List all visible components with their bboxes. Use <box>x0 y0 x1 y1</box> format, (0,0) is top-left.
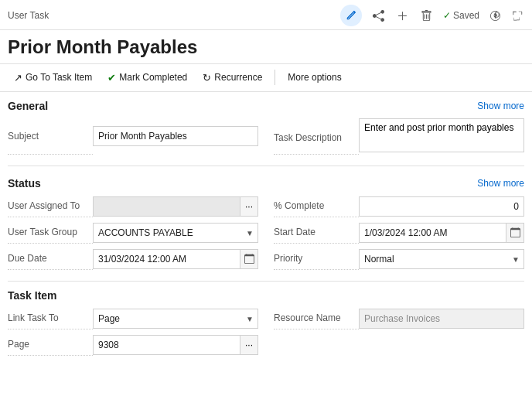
start-date-input-group <box>359 223 524 243</box>
link-task-label: Link Task To <box>8 308 93 329</box>
status-section: Status Show more User Assigned To ··· % … <box>0 169 532 278</box>
user-assigned-value: ··· <box>93 196 258 217</box>
user-assigned-input[interactable] <box>93 196 240 217</box>
link-task-field-row: Link Task To Page Report Codeunit ▼ <box>8 308 258 329</box>
page-lookup-btn[interactable]: ··· <box>240 335 258 355</box>
task-description-input[interactable]: Enter and post prior month payables <box>359 118 524 152</box>
subject-field-row: Subject <box>8 118 258 155</box>
task-description-value: Enter and post prior month payables <box>359 118 524 155</box>
general-title: General <box>8 100 48 112</box>
recurrence-icon: ↻ <box>203 72 211 84</box>
due-date-input[interactable] <box>93 249 240 269</box>
start-date-calendar-btn[interactable] <box>506 223 524 243</box>
subject-label: Subject <box>8 118 93 155</box>
check-circle-icon: ✔ <box>107 72 116 84</box>
task-item-fields: Link Task To Page Report Codeunit ▼ Reso… <box>8 308 524 360</box>
page-title-bar: Prior Month Payables <box>0 30 532 64</box>
general-divider <box>8 166 524 166</box>
go-to-task-button[interactable]: ↗ Go To Task Item <box>8 69 98 87</box>
user-task-group-label: User Task Group <box>8 222 93 244</box>
status-fields: User Assigned To ··· % Complete User Tas… <box>8 196 524 275</box>
general-section: General Show more Subject Task Descripti… <box>0 92 532 162</box>
due-date-input-group <box>93 249 258 269</box>
page-value: ··· <box>93 335 258 355</box>
share-button[interactable] <box>371 9 386 23</box>
link-task-select[interactable]: Page Report Codeunit <box>93 309 258 329</box>
percent-complete-label: % Complete <box>274 196 359 217</box>
resource-name-field-row: Resource Name <box>274 308 524 329</box>
user-assigned-field-row: User Assigned To ··· <box>8 196 258 217</box>
edit-button[interactable] <box>340 5 362 26</box>
subject-value <box>93 126 258 146</box>
status-show-more[interactable]: Show more <box>477 178 524 189</box>
recurrence-button[interactable]: ↻ Recurrence <box>196 69 268 87</box>
start-date-field-row: Start Date <box>274 222 524 244</box>
due-date-label: Due Date <box>8 248 93 270</box>
resource-name-value <box>359 309 524 329</box>
app-title: User Task <box>8 10 49 21</box>
go-to-task-label: Go To Task Item <box>26 72 92 83</box>
action-bar-divider <box>275 70 275 85</box>
page-input-group: ··· <box>93 335 258 355</box>
goto-icon: ↗ <box>14 72 22 84</box>
user-task-group-select-wrapper: ACCOUNTS PAYABLE ▼ <box>93 223 258 243</box>
mark-completed-button[interactable]: ✔ Mark Completed <box>101 69 193 87</box>
due-date-field-row: Due Date <box>8 248 258 270</box>
page-input[interactable] <box>93 335 240 355</box>
action-bar: ↗ Go To Task Item ✔ Mark Completed ↻ Rec… <box>0 64 532 92</box>
fullscreen-button[interactable] <box>511 9 524 22</box>
priority-value: Normal High Low ▼ <box>359 249 524 269</box>
page-label: Page <box>8 334 93 356</box>
task-description-field-row: Task Description Enter and post prior mo… <box>274 118 524 155</box>
saved-label-text: Saved <box>453 10 479 21</box>
resource-name-input[interactable] <box>359 309 524 329</box>
user-task-group-value: ACCOUNTS PAYABLE ▼ <box>93 223 258 243</box>
due-date-calendar-btn[interactable] <box>240 249 258 269</box>
task-description-label: Task Description <box>274 118 359 155</box>
restore-button[interactable] <box>489 9 502 22</box>
delete-button[interactable] <box>419 9 434 23</box>
due-date-value <box>93 249 258 269</box>
start-date-value <box>359 223 524 243</box>
page-title: Prior Month Payables <box>8 36 524 59</box>
percent-complete-value <box>359 196 524 217</box>
check-icon: ✓ <box>443 10 451 21</box>
mark-completed-label: Mark Completed <box>119 72 187 83</box>
page-field-row: Page ··· <box>8 334 258 356</box>
user-task-group-field-row: User Task Group ACCOUNTS PAYABLE ▼ <box>8 222 258 244</box>
task-item-section: Task Item Link Task To Page Report Codeu… <box>0 285 532 365</box>
top-bar: User Task ✓ Saved <box>0 0 532 30</box>
user-task-group-select[interactable]: ACCOUNTS PAYABLE <box>93 223 258 243</box>
recurrence-label: Recurrence <box>214 72 262 83</box>
priority-select[interactable]: Normal High Low <box>359 249 524 269</box>
link-task-value: Page Report Codeunit ▼ <box>93 309 258 329</box>
status-divider <box>8 281 524 282</box>
user-assigned-input-group: ··· <box>93 196 258 217</box>
general-fields: Subject Task Description Enter and post … <box>8 118 524 159</box>
task-item-title: Task Item <box>8 289 57 302</box>
priority-label: Priority <box>274 248 359 270</box>
subject-input[interactable] <box>93 126 258 146</box>
status-section-header: Status Show more <box>8 177 524 189</box>
user-assigned-label: User Assigned To <box>8 196 93 217</box>
status-title: Status <box>8 177 41 189</box>
task-item-header: Task Item <box>8 289 524 302</box>
more-options-button[interactable]: More options <box>281 69 347 86</box>
priority-select-wrapper: Normal High Low ▼ <box>359 249 524 269</box>
percent-complete-field-row: % Complete <box>274 196 524 217</box>
start-date-label: Start Date <box>274 222 359 244</box>
user-assigned-lookup-btn[interactable]: ··· <box>240 196 258 217</box>
percent-complete-input[interactable] <box>359 196 524 217</box>
resource-name-label: Resource Name <box>274 308 359 329</box>
general-section-header: General Show more <box>8 100 524 112</box>
saved-status: ✓ Saved <box>443 10 479 21</box>
start-date-input[interactable] <box>359 223 506 243</box>
priority-field-row: Priority Normal High Low ▼ <box>274 248 524 270</box>
top-bar-icons: ✓ Saved <box>340 5 524 26</box>
general-show-more[interactable]: Show more <box>477 101 524 111</box>
link-task-select-wrapper: Page Report Codeunit ▼ <box>93 309 258 329</box>
add-button[interactable] <box>395 9 410 23</box>
